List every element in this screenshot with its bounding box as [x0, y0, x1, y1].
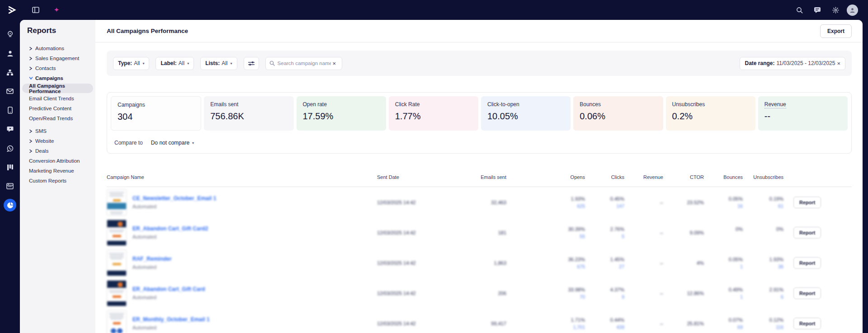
bounces-count-link[interactable] — [704, 234, 743, 239]
label-filter-dropdown[interactable]: Label: All ▾ — [156, 57, 194, 70]
contacts-icon[interactable] — [4, 47, 16, 60]
lightbulb-icon[interactable] — [4, 28, 16, 41]
clicks-count-link[interactable]: 147 — [585, 203, 624, 209]
sidebar-item-sms[interactable]: SMS — [20, 126, 95, 136]
metric-card-open-rate: Open rate 17.59% — [297, 96, 386, 131]
clear-date-range-icon[interactable]: × — [837, 60, 840, 67]
sidebar-item-contacts[interactable]: Contacts — [20, 63, 95, 73]
sidebar-item-email-client-trends[interactable]: Email Client Trends — [20, 94, 95, 103]
settings-gear-icon[interactable] — [829, 3, 842, 17]
page-header: All Campaigns Performance Export — [95, 20, 863, 42]
clicks-count-link[interactable]: 9 — [585, 294, 624, 300]
topbar-right — [793, 3, 858, 17]
user-avatar[interactable] — [847, 5, 858, 16]
date-range-label: Date range: — [745, 60, 774, 66]
report-button[interactable]: Report — [793, 227, 821, 239]
emails-sent-cell: 99,417 — [455, 321, 506, 326]
type-filter-label: Type: — [118, 60, 132, 66]
email-campaigns-icon[interactable] — [4, 85, 16, 98]
table-header: Campaign Name Sent Date Emails sent Open… — [107, 174, 852, 187]
bounces-count-link[interactable]: 16 — [704, 203, 743, 209]
campaign-thumbnail[interactable] — [107, 280, 127, 306]
automations-icon[interactable] — [4, 66, 16, 79]
chevron-right-icon — [29, 149, 35, 153]
opens-count-link[interactable]: 55 — [506, 234, 585, 239]
opens-cell: 1.71% 1,701 — [506, 317, 585, 330]
clicks-count-link[interactable]: 5 — [585, 234, 624, 239]
campaign-thumbnail[interactable] — [107, 250, 127, 276]
campaign-thumbnail[interactable] — [107, 189, 127, 216]
sidebar-item-custom-reports[interactable]: Custom Reports — [20, 176, 95, 186]
sidebar-item-marketing-revenue[interactable]: Marketing Revenue — [20, 166, 95, 176]
label-filter-label: Label: — [160, 60, 176, 66]
unsubscribes-count-link[interactable]: 36 — [743, 264, 783, 269]
sidebar-item-deals[interactable]: Deals — [20, 146, 95, 156]
bounces-count-link[interactable]: 1 — [704, 264, 743, 269]
compare-to-label: Compare to — [114, 140, 143, 146]
unsubscribes-count-link[interactable]: 6 — [743, 294, 783, 300]
whatsapp-icon[interactable] — [4, 142, 16, 155]
export-button[interactable]: Export — [820, 24, 852, 38]
sms-icon[interactable] — [4, 104, 16, 117]
type-filter-dropdown[interactable]: Type: All ▾ — [113, 57, 149, 70]
actions-cell: Report — [783, 257, 852, 269]
emails-sent-cell: 181 — [455, 230, 506, 235]
clicks-count-link[interactable]: 439 — [585, 324, 624, 330]
chevron-down-icon — [29, 76, 35, 80]
sidebar-item-predictive-content[interactable]: Predictive Content — [20, 103, 95, 113]
opens-count-link[interactable]: 625 — [506, 203, 585, 209]
ctor-cell: 25.81% — [663, 321, 704, 326]
campaign-name-link[interactable]: RAF_Reminder — [132, 256, 172, 262]
metric-card-emails-sent: Emails sent 756.86K — [204, 96, 293, 131]
search-icon[interactable] — [793, 3, 806, 17]
emails-sent-cell: 206 — [455, 291, 506, 296]
bounces-count-link[interactable]: 69 — [704, 324, 743, 330]
conversations-icon[interactable] — [4, 123, 16, 136]
panel-toggle-icon[interactable] — [29, 3, 42, 17]
date-range-filter[interactable]: Date range: 11/03/2025 - 12/03/2025 × — [740, 57, 845, 70]
campaign-thumbnail[interactable] — [107, 220, 127, 246]
reports-pie-icon[interactable] — [4, 199, 16, 211]
report-button[interactable]: Report — [793, 197, 821, 208]
opens-cell: 36.23% 675 — [506, 257, 585, 269]
campaign-search[interactable]: × — [265, 57, 342, 70]
deals-kanban-icon[interactable] — [4, 161, 16, 174]
unsubscribes-count-link[interactable]: 61 — [743, 203, 783, 209]
sent-date-cell: 12/03/2025 14:42 — [377, 321, 455, 326]
report-button[interactable]: Report — [793, 318, 821, 329]
sidebar-item-conversion-attribution[interactable]: Conversion Attribution — [20, 156, 95, 166]
sidebar-item-sales-engagement[interactable]: Sales Engagement — [20, 53, 95, 63]
caret-down-icon: ▾ — [231, 61, 232, 66]
opens-count-link[interactable]: 70 — [506, 294, 585, 300]
sidebar-item-website[interactable]: Website — [20, 136, 95, 146]
forms-icon[interactable] — [4, 180, 16, 192]
chat-icon[interactable] — [811, 3, 824, 17]
advanced-filters-button[interactable] — [244, 57, 259, 70]
clear-search-icon[interactable]: × — [333, 60, 336, 67]
campaign-thumbnail[interactable] — [107, 310, 127, 333]
sidebar-item-open-read-trends[interactable]: Open/Read Trends — [20, 113, 95, 123]
unsubscribes-count-link[interactable] — [743, 234, 783, 239]
table-row: ER_Monthly_October_Email 1 Automated 12/… — [107, 308, 852, 333]
activecampaign-logo-icon[interactable] — [7, 6, 17, 14]
bounces-count-link[interactable]: 1 — [704, 294, 743, 300]
report-button[interactable]: Report — [793, 257, 821, 269]
campaign-name-link[interactable]: ER_Abandon Cart_Gift Card — [132, 286, 205, 292]
report-button[interactable]: Report — [793, 287, 821, 299]
sidebar-item-automations[interactable]: Automations — [20, 43, 95, 53]
sidebar-item-all-campaigns-performance[interactable]: All Campaigns Performance — [22, 84, 93, 93]
clicks-count-link[interactable]: 27 — [585, 264, 624, 269]
search-input[interactable] — [278, 61, 331, 66]
compare-dropdown[interactable]: Do not compare ▾ — [151, 140, 194, 146]
opens-count-link[interactable]: 1,701 — [506, 324, 585, 330]
campaign-name-link[interactable]: CE_Newsletter_October_Email 1 — [132, 195, 216, 202]
campaign-name-link[interactable]: ER_Monthly_October_Email 1 — [132, 316, 210, 323]
topbar: ✦ — [0, 0, 868, 20]
sidebar-item-campaigns[interactable]: Campaigns — [20, 73, 95, 83]
ai-sparkle-icon[interactable]: ✦ — [50, 3, 63, 17]
lists-filter-dropdown[interactable]: Lists: All ▾ — [200, 57, 237, 70]
opens-count-link[interactable]: 675 — [506, 264, 585, 269]
campaign-name-link[interactable]: ER_Abandon Cart_Gift Card2 — [132, 225, 208, 232]
unsubscribes-count-link[interactable]: 116 — [743, 324, 783, 330]
bounces-cell: 0% — [704, 226, 743, 239]
